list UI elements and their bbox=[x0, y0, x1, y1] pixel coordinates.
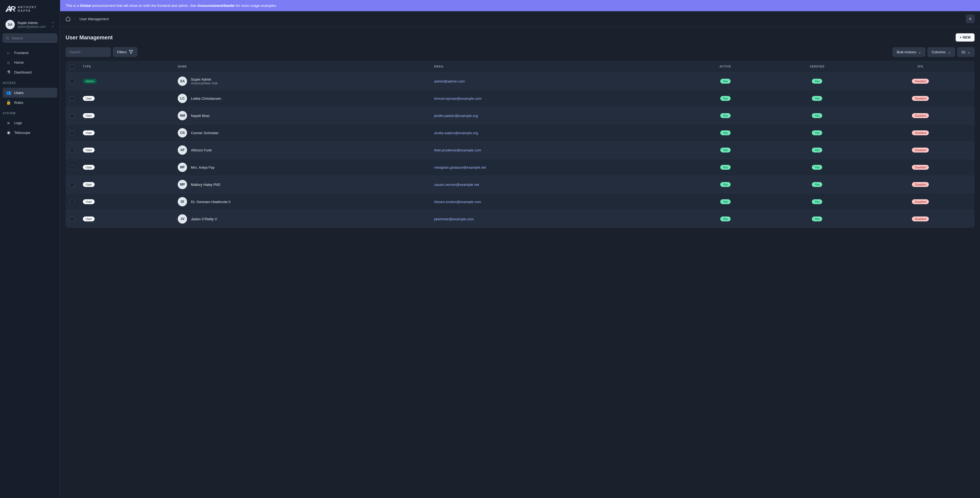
table-row[interactable]: AdminSASuper AdminAmerica/New Yorkadmin@… bbox=[65, 73, 975, 90]
verified-badge: Yes bbox=[812, 113, 822, 118]
row-checkbox[interactable] bbox=[70, 148, 74, 152]
th-active[interactable]: ACTIVE bbox=[683, 61, 768, 73]
row-checkbox[interactable] bbox=[70, 165, 74, 170]
row-checkbox[interactable] bbox=[70, 200, 74, 204]
active-badge: Yes bbox=[720, 216, 730, 221]
type-badge: User bbox=[83, 96, 95, 101]
table-row[interactable]: UserAFAlfonzo Funkthiel.prudence@example… bbox=[65, 141, 975, 159]
sidebar-item-home[interactable]: ⌂Home bbox=[3, 58, 57, 67]
table-row[interactable]: UserNMNayeli Mrazjenifer.parker@example.… bbox=[65, 107, 975, 124]
user-menu[interactable]: SA Super Admin admin@admin.com ⌃⌄ bbox=[0, 18, 60, 33]
th-email[interactable]: EMAIL bbox=[430, 61, 683, 73]
new-button[interactable]: + NEW bbox=[956, 33, 975, 41]
twofa-badge: Disabled bbox=[912, 182, 929, 187]
columns-button[interactable]: Columns ⌄ bbox=[928, 47, 955, 57]
twofa-badge: Disabled bbox=[912, 79, 929, 84]
active-badge: Yes bbox=[720, 199, 730, 204]
sidebar-item-logs[interactable]: ≡Logs bbox=[3, 118, 57, 128]
avatar: JV bbox=[178, 214, 187, 224]
per-page-button[interactable]: 10 ⌄ bbox=[957, 47, 975, 57]
verified-badge: Yes bbox=[812, 199, 822, 204]
nav-header-access: ACCESS bbox=[0, 78, 60, 87]
user-email[interactable]: thiel.prudence@example.com bbox=[434, 148, 481, 152]
verified-badge: Yes bbox=[812, 96, 822, 101]
filters-button[interactable]: Filters bbox=[113, 47, 137, 57]
user-name: Super Admin bbox=[191, 77, 218, 81]
nav-icon: 🔒 bbox=[6, 100, 11, 105]
row-checkbox[interactable] bbox=[70, 217, 74, 221]
user-email[interactable]: arvilla.waters@example.org bbox=[434, 131, 478, 135]
avatar: SA bbox=[178, 76, 187, 86]
theme-toggle-button[interactable]: ☀ bbox=[966, 14, 975, 23]
type-badge: User bbox=[83, 165, 95, 170]
sidebar-item-telescope[interactable]: ◉Telescope bbox=[3, 128, 57, 138]
user-email[interactable]: pkemmer@example.com bbox=[434, 217, 474, 221]
user-email[interactable]: admin@admin.com bbox=[434, 79, 465, 83]
table-row[interactable]: UserJVJadon O'Reilly Vpkemmer@example.co… bbox=[65, 211, 975, 228]
table-row[interactable]: UserMPMallory Haley PhDcassin.vernon@exa… bbox=[65, 176, 975, 193]
avatar: NM bbox=[178, 111, 187, 120]
user-email[interactable]: jenifer.parker@example.org bbox=[434, 114, 478, 118]
announcement-banner: This is a Global announcement that will … bbox=[60, 0, 980, 11]
row-checkbox[interactable] bbox=[70, 114, 74, 118]
th-2fa[interactable]: 2FA bbox=[866, 61, 975, 73]
sidebar-search-input[interactable] bbox=[3, 33, 57, 43]
table-row[interactable]: UserMFMrs. Aniya Faymeaghan.gislason@exa… bbox=[65, 159, 975, 176]
sidebar-item-frontend[interactable]: ←Frontend bbox=[3, 48, 57, 58]
user-name: Dr. Gennaro Heathcote II bbox=[191, 200, 231, 204]
avatar: CS bbox=[178, 128, 187, 138]
logo[interactable]: A̷R ANTHONY RAPPA bbox=[0, 5, 60, 18]
active-badge: Yes bbox=[720, 165, 730, 170]
row-checkbox[interactable] bbox=[70, 131, 74, 135]
breadcrumb-current[interactable]: User Management bbox=[80, 17, 109, 21]
sidebar-item-dashboard[interactable]: ⚗Dashboard bbox=[3, 67, 57, 77]
user-email[interactable]: lemuel.wyman@example.com bbox=[434, 97, 482, 101]
th-name[interactable]: NAME bbox=[173, 61, 430, 73]
table-row[interactable]: UserDIDr. Gennaro Heathcote IIfriesen.lo… bbox=[65, 193, 975, 211]
row-checkbox[interactable] bbox=[70, 79, 74, 83]
twofa-badge: Disabled bbox=[912, 130, 929, 135]
table-search-input[interactable] bbox=[65, 47, 111, 57]
avatar: MP bbox=[178, 180, 187, 189]
row-checkbox[interactable] bbox=[70, 182, 74, 187]
logo-line1: ANTHONY bbox=[18, 5, 37, 9]
bulk-actions-button[interactable]: Bulk Actions ⌄ bbox=[892, 47, 925, 57]
svg-point-0 bbox=[6, 37, 8, 39]
svg-line-1 bbox=[8, 39, 9, 40]
type-badge: User bbox=[83, 130, 95, 135]
avatar: MF bbox=[178, 163, 187, 172]
active-badge: Yes bbox=[720, 113, 730, 118]
sidebar-item-users[interactable]: 👥Users bbox=[3, 88, 57, 98]
row-checkbox[interactable] bbox=[70, 97, 74, 101]
nav-icon: ⚗ bbox=[6, 70, 11, 75]
chevron-right-icon: › bbox=[75, 17, 76, 21]
th-verified[interactable]: VERIFIED bbox=[768, 61, 867, 73]
active-badge: Yes bbox=[720, 96, 730, 101]
type-badge: User bbox=[83, 147, 95, 152]
user-email[interactable]: friesen.london@example.com bbox=[434, 200, 481, 204]
select-all-checkbox[interactable] bbox=[70, 65, 74, 68]
table-row[interactable]: UserLCLetitia Christiansenlemuel.wyman@e… bbox=[65, 90, 975, 107]
sidebar-item-roles[interactable]: 🔒Roles bbox=[3, 98, 57, 108]
active-badge: Yes bbox=[720, 182, 730, 187]
verified-badge: Yes bbox=[812, 147, 822, 152]
chevron-down-icon: ⌄ bbox=[948, 50, 951, 54]
breadcrumb-home[interactable] bbox=[65, 16, 70, 21]
svg-marker-2 bbox=[129, 50, 133, 54]
user-email[interactable]: meaghan.gislason@example.net bbox=[434, 165, 486, 170]
twofa-badge: Disabled bbox=[912, 96, 929, 101]
logo-line2: RAPPA bbox=[18, 9, 37, 13]
user-name: Letitia Christiansen bbox=[191, 97, 221, 101]
logo-mark-icon: A̷R bbox=[5, 5, 15, 13]
th-type[interactable]: TYPE bbox=[78, 61, 173, 73]
twofa-badge: Disabled bbox=[912, 165, 929, 170]
table-row[interactable]: UserCSConner Schmelerarvilla.waters@exam… bbox=[65, 124, 975, 141]
breadcrumb: › User Management ☀ bbox=[60, 11, 980, 27]
user-name: Jadon O'Reilly V bbox=[191, 217, 217, 221]
sidebar-item-label: Telescope bbox=[14, 131, 30, 135]
type-badge: User bbox=[83, 199, 95, 204]
twofa-badge: Disabled bbox=[912, 113, 929, 118]
verified-badge: Yes bbox=[812, 79, 822, 84]
chevron-down-icon: ⌄ bbox=[918, 50, 921, 54]
user-email[interactable]: cassin.vernon@example.net bbox=[434, 182, 479, 187]
